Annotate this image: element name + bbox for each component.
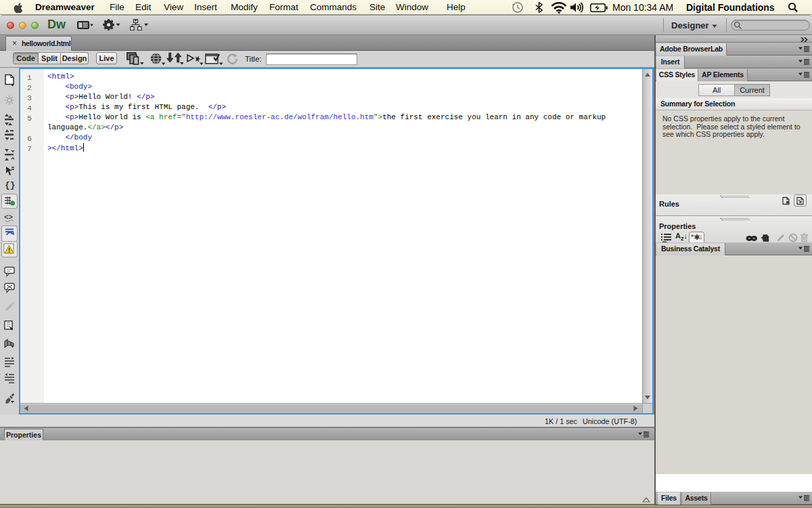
svg-text:<>: <> — [4, 213, 14, 221]
svg-text:{}: {} — [5, 180, 15, 190]
